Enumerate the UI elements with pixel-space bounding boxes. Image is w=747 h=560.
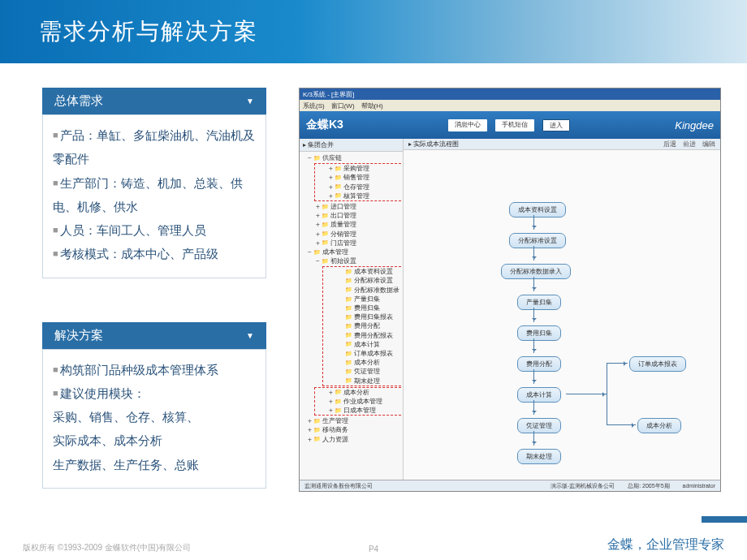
section2-heading: 解决方案	[54, 328, 103, 343]
flow-node[interactable]: 凭证管理	[517, 418, 561, 433]
text-line: 实际成本、成本分析	[53, 429, 256, 452]
slide-title: 需求分析与解决方案	[39, 16, 258, 47]
menu-item[interactable]: 帮助(H)	[361, 101, 383, 110]
flow-node[interactable]: 成本分析	[637, 418, 681, 433]
section1-heading: 总体需求	[54, 93, 103, 109]
tree-item[interactable]: 日成本管理	[343, 406, 376, 415]
flow-tab-label: 实际成本流程图	[413, 140, 459, 148]
tree-item[interactable]: 费用分配	[354, 321, 380, 330]
status-account: 演示版-监测机械设备公司	[551, 482, 615, 490]
tree-item[interactable]: 订单成本报表	[354, 349, 393, 358]
bullet-item: 生产部门：铸造、机加、总装、供电、机修、供水	[53, 171, 256, 219]
flow-node[interactable]: 产量归集	[517, 295, 561, 310]
tree-item[interactable]: 作业成本管理	[343, 397, 382, 406]
tree-item[interactable]: 仓存管理	[343, 183, 369, 192]
tree-item[interactable]: 销售管理	[343, 173, 369, 182]
tree-pane[interactable]: ▸ 集团合并 −📁供应链 +📁采购管理 +📁销售管理 +📁仓存管理 +📁核算管理…	[300, 139, 404, 480]
dropdown-icon: ▼	[246, 97, 254, 106]
tree-item[interactable]: 分销管理	[330, 230, 356, 239]
flow-node[interactable]: 费用归集	[517, 325, 561, 341]
bullet-item: 构筑部门品种级成本管理体系	[53, 358, 256, 381]
left-column: 总体需求 ▼ 产品：单缸、多缸柴油机、汽油机及零配件 生产部门：铸造、机加、总装…	[42, 88, 266, 492]
tree-header: 集团合并	[308, 141, 334, 149]
flow-node[interactable]: 费用分配	[517, 356, 561, 372]
tree-item[interactable]: 期末处理	[354, 377, 380, 386]
app-screenshot: K/3系统 - [主界面] 系统(S) 窗口(W) 帮助(H) 金蝶K3 消息中…	[299, 88, 721, 492]
tree-item[interactable]: 进口管理	[330, 202, 356, 211]
menubar[interactable]: 系统(S) 窗口(W) 帮助(H)	[300, 100, 720, 111]
tree-item[interactable]: 费用分配报表	[354, 331, 393, 340]
tree-item[interactable]: 成本管理	[322, 248, 348, 256]
tree-item[interactable]: 门店管理	[330, 239, 356, 248]
tree-item[interactable]: 费用归集报表	[354, 312, 393, 321]
section1-header: 总体需求 ▼	[42, 88, 266, 114]
tree-item[interactable]: 分配标准设置	[354, 276, 393, 285]
app-logo: 金蝶K3	[306, 118, 343, 132]
tree-item[interactable]: 移动商务	[322, 425, 348, 434]
tree-item[interactable]: 产量归集	[354, 295, 380, 304]
accent-bar	[702, 516, 747, 523]
bullet-item: 考核模式：成本中心、产品级	[53, 242, 256, 265]
bullet-item: 建议使用模块：	[53, 381, 256, 405]
flow-node[interactable]: 分配标准设置	[509, 233, 566, 248]
nav-edit[interactable]: 编辑	[702, 140, 715, 149]
status-period: 总期: 2005年5期	[628, 482, 669, 490]
window-title: K/3系统 - [主界面]	[303, 90, 355, 99]
text-line: 采购、销售、仓存、核算、	[53, 405, 256, 429]
tagline: 金蝶，企业管理专家	[607, 536, 724, 554]
menu-item[interactable]: 窗口(W)	[331, 101, 355, 110]
app-titlebar: K/3系统 - [主界面]	[300, 88, 720, 100]
tree-item[interactable]: 成本分析	[354, 358, 380, 367]
banner-button[interactable]: 手机短信	[495, 119, 534, 131]
tree-item[interactable]: 核算管理	[343, 192, 369, 200]
tree-item[interactable]: 出口管理	[330, 211, 356, 220]
flow-node[interactable]: 订单成本报表	[629, 356, 686, 372]
nav-back[interactable]: 后退	[663, 140, 676, 149]
flow-node[interactable]: 成本计算	[517, 387, 561, 403]
flow-node[interactable]: 成本资料设置	[509, 202, 566, 218]
section2-header: 解决方案 ▼	[42, 322, 266, 349]
copyright: 版权所有 ©1993-2009 金蝶软件(中国)有限公司	[23, 542, 191, 554]
tree-item[interactable]: 质量管理	[330, 220, 356, 229]
status-company: 监测通用设备股份有限公司	[304, 482, 373, 490]
flow-node[interactable]: 期末处理	[517, 449, 561, 464]
tree-item[interactable]: 成本计算	[354, 340, 380, 349]
bullet-item: 人员：车间工人、管理人员	[53, 218, 256, 242]
banner-button[interactable]: 消息中心	[448, 119, 487, 131]
tree-item[interactable]: 采购管理	[343, 164, 369, 173]
page-number: P4	[369, 545, 378, 554]
tree-item[interactable]: 成本分析	[343, 388, 369, 397]
tree-item[interactable]: 成本资料设置	[354, 267, 393, 276]
flow-pane: ▸ 实际成本流程图 后退 前进 编辑 成本资料设置 分配标准设置 分配标准数据录…	[404, 139, 720, 480]
menu-item[interactable]: 系统(S)	[303, 101, 325, 110]
text-line: 生产数据、生产任务、总账	[53, 453, 256, 476]
status-bar: 监测通用设备股份有限公司 演示版-监测机械设备公司 总期: 2005年5期 ad…	[300, 480, 720, 491]
tree-item[interactable]: 费用归集	[354, 304, 380, 312]
dropdown-icon: ▼	[246, 331, 254, 340]
tree-item[interactable]: 人力资源	[322, 435, 348, 444]
flow-node[interactable]: 分配标准数据录入	[501, 264, 571, 279]
tree-item[interactable]: 凭证管理	[354, 367, 380, 376]
tree-item[interactable]: 供应链	[322, 153, 342, 162]
enter-button[interactable]: 进入	[542, 119, 570, 131]
tree-item[interactable]: 生产管理	[322, 416, 348, 425]
tree-item[interactable]: 分配标准数据录	[354, 286, 399, 295]
nav-forward[interactable]: 前进	[683, 140, 696, 149]
bullet-item: 产品：单缸、多缸柴油机、汽油机及零配件	[53, 123, 256, 171]
brand-text: Kingdee	[675, 119, 714, 131]
status-user: administrator	[683, 483, 715, 489]
tree-item[interactable]: 初始设置	[330, 256, 356, 265]
